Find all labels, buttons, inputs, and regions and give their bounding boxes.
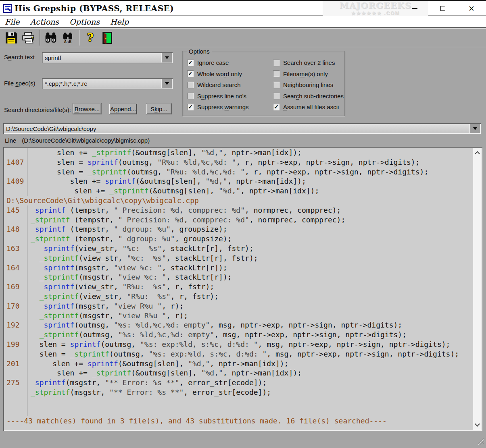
blank-row[interactable] bbox=[4, 407, 473, 417]
checkbox-checked-icon[interactable]: ✓ bbox=[273, 104, 280, 110]
help-button[interactable]: ? bbox=[82, 29, 98, 46]
close-button[interactable]: ✕ bbox=[462, 1, 481, 16]
file-spec-value[interactable]: *.cpp;*.h;*.c;*.rc bbox=[42, 80, 161, 87]
result-row[interactable]: 1407 slen = sprintf(outmsg, "R%u: %ld,%c… bbox=[4, 158, 473, 167]
result-row[interactable]: _stprintf(view_str, "R%u: %s", r, fstr); bbox=[4, 292, 473, 301]
menu-item-help[interactable]: Help bbox=[110, 17, 129, 26]
file-spec-dropdown-button[interactable] bbox=[161, 79, 172, 88]
result-row[interactable]: 145 sprintf (tempstr, " Precision: %d, c… bbox=[4, 205, 473, 215]
line-number: 148 bbox=[4, 224, 27, 234]
file-path-row[interactable]: D:\SourceCode\Git\wbigcalc\copy\wbigcalc… bbox=[4, 196, 473, 205]
checkbox-search-over-2-lines[interactable]: Search over 2 lines bbox=[273, 57, 344, 68]
print-button[interactable] bbox=[20, 29, 36, 46]
line-number: 1409 bbox=[4, 176, 27, 186]
toolbar: A→B ? bbox=[0, 27, 486, 47]
find-button[interactable] bbox=[43, 29, 59, 46]
checkbox-label: Suppress line no's bbox=[197, 93, 246, 100]
directory-dropdown-button[interactable] bbox=[469, 124, 480, 133]
blank-row[interactable] bbox=[4, 397, 473, 407]
result-row[interactable]: slen = _stprintf(outmsg, "%s: exp:%ld, s… bbox=[4, 349, 473, 359]
resize-grip[interactable] bbox=[476, 437, 484, 446]
result-row[interactable]: 1409 slen += sprintf(&outmsg[slen], "%d,… bbox=[4, 176, 473, 186]
checkbox-assume-all-files-ascii[interactable]: ✓Assume all files ascii bbox=[273, 102, 344, 113]
result-row[interactable]: slen = _stprintf(outmsg, "R%u: %ld,%c,%d… bbox=[4, 167, 473, 177]
match-text: sprintf(msgstr, "view %c: ", stackLtr[r]… bbox=[27, 263, 227, 273]
checkbox-suppress-line-no-s[interactable]: Suppress line no's bbox=[187, 91, 249, 102]
minimize-icon bbox=[412, 8, 417, 9]
line-number bbox=[4, 272, 27, 282]
append-button[interactable]: Append... bbox=[109, 103, 137, 114]
checkbox-unchecked-box[interactable] bbox=[273, 60, 280, 66]
menu-item-actions[interactable]: Actions bbox=[30, 17, 59, 26]
checkbox-unchecked-box[interactable] bbox=[273, 71, 280, 77]
result-row[interactable]: slen += _stprintf(&outmsg[slen], "%d,", … bbox=[4, 368, 473, 378]
result-row[interactable]: 170 sprintf(msgstr, "view R%u ", r); bbox=[4, 301, 473, 311]
close-icon: ✕ bbox=[468, 5, 475, 12]
directory-combobox[interactable]: D:\SourceCode\Git\wbigcalc\copy bbox=[3, 123, 481, 134]
checkbox-neighbouring-lines[interactable]: Neighbouring lines bbox=[273, 79, 344, 91]
checkbox-search-sub-directories[interactable]: Search sub-directories bbox=[273, 91, 344, 102]
results-panel: slen += _stprintf(&outmsg[slen], "%d,", … bbox=[3, 147, 482, 431]
maximize-button[interactable] bbox=[434, 1, 452, 16]
scrollbar[interactable] bbox=[473, 148, 482, 430]
checkbox-label: Wildcard search bbox=[197, 81, 241, 88]
checkbox-filename-s-only[interactable]: Filename(s) only bbox=[273, 68, 344, 80]
checkbox-checked-icon[interactable]: ✓ bbox=[187, 71, 194, 77]
print-icon bbox=[21, 31, 35, 44]
search-text-value[interactable]: sprintf bbox=[42, 54, 161, 61]
result-row[interactable]: _stprintf(msgstr, "view R%u ", r); bbox=[4, 311, 473, 321]
checkbox-label: Search sub-directories bbox=[283, 93, 344, 100]
result-row[interactable]: 201 slen += sprintf(&outmsg[slen], "%d,"… bbox=[4, 359, 473, 369]
minimize-button[interactable] bbox=[405, 1, 424, 16]
result-row[interactable]: _stprintf(msgstr, "view %c: ", stackLtr[… bbox=[4, 272, 473, 282]
save-button[interactable] bbox=[3, 29, 19, 46]
match-text: _stprintf(msgstr, "view %c: ", stackLtr[… bbox=[27, 272, 232, 282]
result-row[interactable]: _stprintf (tempstr, " dgroup: %u", group… bbox=[4, 234, 473, 244]
checkbox-suppress-warnings[interactable]: ✓Suppress warnings bbox=[187, 102, 249, 113]
chevron-down-icon bbox=[473, 127, 477, 130]
match-text: _stprintf (tempstr, " dgroup: %u", group… bbox=[27, 234, 232, 244]
result-row[interactable]: 164 sprintf(msgstr, "view %c: ", stackLt… bbox=[4, 263, 473, 273]
match-text: slen += sprintf(&outmsg[slen], "%d,", np… bbox=[27, 359, 288, 369]
summary-row[interactable]: ----43 match(es) found in 3 file(s), and… bbox=[4, 416, 473, 426]
menu-item-options[interactable]: Options bbox=[69, 17, 100, 26]
checkbox-checked-icon[interactable]: ✓ bbox=[187, 104, 194, 110]
checkbox-whole-word-only[interactable]: ✓Whole word only bbox=[187, 68, 249, 80]
checkbox-unchecked-box[interactable] bbox=[187, 93, 194, 99]
scrollbar-up-icon[interactable] bbox=[475, 151, 480, 156]
file-spec-combobox[interactable]: *.cpp;*.h;*.c;*.rc bbox=[42, 78, 173, 89]
result-row[interactable]: _stprintf(msgstr, "** Error: %s **", err… bbox=[4, 388, 473, 397]
directory-value[interactable]: D:\SourceCode\Git\wbigcalc\copy bbox=[3, 125, 469, 132]
replace-button[interactable]: A→B bbox=[60, 29, 76, 46]
search-dropdown-button[interactable] bbox=[161, 53, 172, 62]
result-row[interactable]: _stprintf(view_str, "%c: %s", stackLtr[r… bbox=[4, 253, 473, 263]
line-number bbox=[4, 397, 27, 407]
line-number: 199 bbox=[4, 340, 27, 349]
result-row[interactable]: slen += _stprintf(&outmsg[slen], "%d,", … bbox=[4, 186, 473, 196]
options-column-2: Search over 2 linesFilename(s) onlyNeigh… bbox=[273, 57, 344, 113]
result-row[interactable]: slen += _stprintf(&outmsg[slen], "%d,", … bbox=[4, 148, 473, 158]
checkbox-unchecked-box[interactable] bbox=[273, 93, 280, 99]
line-number: 1407 bbox=[4, 158, 27, 167]
checkbox-unchecked-box[interactable] bbox=[273, 82, 280, 88]
result-row[interactable]: _stprintf (tempstr, " Precision: %d, com… bbox=[4, 215, 473, 225]
checkbox-unchecked-box[interactable] bbox=[187, 82, 194, 88]
result-row[interactable]: 163 sprintf(view_str, "%c: %s", stackLtr… bbox=[4, 244, 473, 253]
result-row[interactable]: 192 sprintf(outmsg, "%s: %ld,%c,%d: empt… bbox=[4, 320, 473, 330]
menu-item-file[interactable]: File bbox=[5, 17, 20, 26]
result-row[interactable]: 169 sprintf(view_str, "R%u: %s", r, fstr… bbox=[4, 282, 473, 292]
checkbox-wildcard-search[interactable]: Wildcard search bbox=[187, 79, 249, 91]
skip-button[interactable]: Skip... bbox=[146, 103, 172, 114]
result-row[interactable]: _stprintf(outmsg, "%s: %ld,%c,%d: empty"… bbox=[4, 330, 473, 340]
checkbox-checked-icon[interactable]: ✓ bbox=[187, 60, 194, 66]
search-text-combobox[interactable]: sprintf bbox=[42, 52, 173, 63]
result-row[interactable]: 148 sprintf (tempstr, " dgroup: %u", gro… bbox=[4, 224, 473, 234]
replace-caption: A→B bbox=[64, 40, 71, 44]
exit-button[interactable] bbox=[99, 29, 115, 46]
line-number bbox=[4, 349, 27, 359]
scrollbar-down-icon[interactable] bbox=[475, 421, 480, 427]
result-row[interactable]: 275 sprintf(msgstr, "** Error: %s **", e… bbox=[4, 378, 473, 388]
result-row[interactable]: 199 slen = sprintf(outmsg, "%s: exp:%ld,… bbox=[4, 340, 473, 349]
browse-button[interactable]: Browse... bbox=[73, 103, 102, 114]
checkbox-ignore-case[interactable]: ✓Ignore case bbox=[187, 57, 249, 68]
